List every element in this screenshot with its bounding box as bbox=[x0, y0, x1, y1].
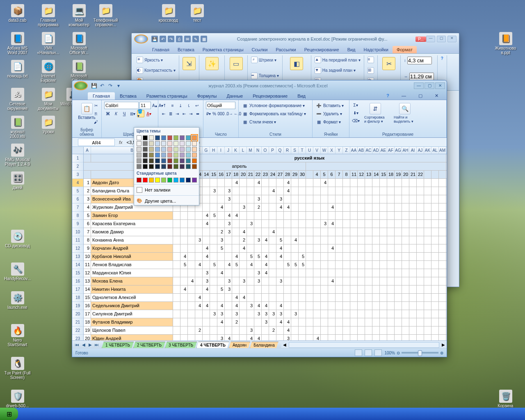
grade-cell[interactable]: 4 bbox=[225, 261, 232, 269]
grade-cell[interactable] bbox=[424, 228, 431, 236]
delete-cells-button[interactable]: ➖Удалить ▾ bbox=[315, 110, 347, 117]
grade-cell[interactable] bbox=[210, 228, 217, 236]
start-button[interactable]: ⊞ bbox=[0, 408, 18, 420]
grade-cell[interactable] bbox=[409, 187, 417, 195]
grade-cell[interactable] bbox=[372, 310, 380, 318]
grade-cell[interactable] bbox=[247, 179, 254, 187]
grade-cell[interactable] bbox=[262, 285, 269, 293]
grade-cell[interactable] bbox=[240, 269, 247, 277]
grade-cell[interactable] bbox=[343, 261, 350, 269]
grade-cell[interactable] bbox=[343, 195, 350, 203]
grade-cell[interactable] bbox=[424, 179, 431, 187]
color-swatch[interactable] bbox=[161, 164, 166, 169]
grade-cell[interactable] bbox=[402, 187, 409, 195]
grade-cell[interactable] bbox=[395, 244, 402, 252]
grade-cell[interactable] bbox=[372, 179, 380, 187]
student-num[interactable]: 1 bbox=[84, 179, 91, 187]
grade-cell[interactable] bbox=[372, 236, 380, 244]
col-header[interactable]: Z bbox=[343, 147, 350, 154]
student-name[interactable]: Мардинская Юлия bbox=[91, 269, 173, 277]
grade-cell[interactable] bbox=[431, 302, 439, 310]
grade-cell[interactable] bbox=[431, 203, 439, 211]
page-break-view-icon[interactable] bbox=[374, 349, 382, 356]
grade-cell[interactable]: 4 bbox=[254, 179, 262, 187]
grade-cell[interactable]: 5 bbox=[210, 212, 217, 219]
desktop-icon[interactable]: 📁Телефонный справочн... bbox=[92, 4, 119, 27]
grade-cell[interactable] bbox=[180, 294, 188, 301]
student-name[interactable]: Курбанов Николай bbox=[91, 253, 173, 260]
grade-cell[interactable] bbox=[431, 285, 439, 293]
grade-cell[interactable] bbox=[299, 318, 306, 326]
grade-cell[interactable] bbox=[336, 302, 343, 310]
grade-cell[interactable]: 2 bbox=[195, 326, 203, 334]
color-swatch[interactable] bbox=[180, 141, 185, 146]
grade-cell[interactable] bbox=[276, 335, 284, 340]
grade-cell[interactable] bbox=[210, 269, 217, 277]
grade-cell[interactable] bbox=[439, 326, 446, 334]
grade-cell[interactable] bbox=[431, 212, 439, 219]
student-num[interactable]: 6 bbox=[84, 220, 91, 228]
grade-cell[interactable] bbox=[372, 326, 380, 334]
grade-cell[interactable] bbox=[247, 277, 254, 285]
taskbar[interactable]: ⊞ bbox=[0, 408, 525, 420]
grade-cell[interactable] bbox=[180, 326, 188, 334]
desktop-icon[interactable]: 🗑️Корзина bbox=[492, 390, 519, 408]
close-button[interactable]: ✕ bbox=[447, 36, 457, 42]
grade-cell[interactable] bbox=[203, 294, 210, 301]
contrast-icon[interactable]: ◐ bbox=[137, 67, 143, 74]
grade-cell[interactable] bbox=[417, 277, 424, 285]
grade-cell[interactable] bbox=[328, 253, 336, 260]
color-swatch[interactable] bbox=[149, 158, 154, 163]
grade-cell[interactable] bbox=[417, 228, 424, 236]
grade-cell[interactable]: 4 bbox=[262, 261, 269, 269]
grade-cell[interactable] bbox=[402, 326, 409, 334]
excel-ribbon-tabs[interactable]: ГлавнаяВставкаРазметка страницыФормулыДа… bbox=[72, 91, 447, 100]
grade-cell[interactable] bbox=[291, 318, 299, 326]
grade-cell[interactable] bbox=[350, 244, 358, 252]
ribbon-tab[interactable]: Вид bbox=[292, 92, 310, 100]
grade-cell[interactable] bbox=[299, 335, 306, 340]
grade-cell[interactable] bbox=[269, 236, 276, 244]
grade-cell[interactable] bbox=[350, 187, 358, 195]
grade-cell[interactable] bbox=[424, 326, 431, 334]
grade-cell[interactable]: 5 bbox=[254, 253, 262, 260]
grade-cell[interactable]: 3 bbox=[203, 269, 210, 277]
grade-cell[interactable] bbox=[380, 253, 387, 260]
grade-cell[interactable]: 3 bbox=[225, 220, 232, 228]
grade-cell[interactable] bbox=[387, 244, 395, 252]
grade-cell[interactable] bbox=[188, 318, 195, 326]
grade-cell[interactable] bbox=[358, 261, 365, 269]
grade-cell[interactable] bbox=[402, 236, 409, 244]
grade-cell[interactable] bbox=[336, 212, 343, 219]
student-num[interactable]: 8 bbox=[84, 236, 91, 244]
grade-cell[interactable] bbox=[240, 302, 247, 310]
grade-cell[interactable] bbox=[276, 269, 284, 277]
grade-cell[interactable] bbox=[409, 335, 417, 340]
grade-cell[interactable] bbox=[395, 335, 402, 340]
grade-cell[interactable] bbox=[409, 318, 417, 326]
col-header[interactable]: W bbox=[321, 147, 328, 154]
grade-cell[interactable]: 4 bbox=[240, 294, 247, 301]
grade-cell[interactable] bbox=[358, 310, 365, 318]
grade-cell[interactable] bbox=[343, 285, 350, 293]
grade-cell[interactable] bbox=[306, 285, 313, 293]
grade-cell[interactable] bbox=[291, 195, 299, 203]
grade-cell[interactable] bbox=[439, 187, 446, 195]
grade-cell[interactable] bbox=[439, 244, 446, 252]
grade-cell[interactable] bbox=[343, 203, 350, 211]
student-num[interactable]: 4 bbox=[84, 203, 91, 211]
grade-cell[interactable] bbox=[358, 326, 365, 334]
grade-cell[interactable] bbox=[365, 212, 372, 219]
grade-cell[interactable] bbox=[240, 261, 247, 269]
grade-cell[interactable]: 4 bbox=[284, 326, 291, 334]
grade-cell[interactable] bbox=[431, 236, 439, 244]
grade-cell[interactable] bbox=[395, 326, 402, 334]
grade-cell[interactable] bbox=[365, 318, 372, 326]
desktop-icon[interactable]: 📁кроссворд bbox=[155, 4, 182, 23]
grade-cell[interactable] bbox=[188, 326, 195, 334]
grade-cell[interactable] bbox=[321, 212, 328, 219]
grade-cell[interactable] bbox=[180, 318, 188, 326]
quick-access-toolbar-excel[interactable]: 💾 ↶ ↷ ▾ bbox=[90, 82, 122, 89]
grade-cell[interactable] bbox=[210, 335, 217, 340]
color-swatch[interactable] bbox=[149, 153, 154, 158]
